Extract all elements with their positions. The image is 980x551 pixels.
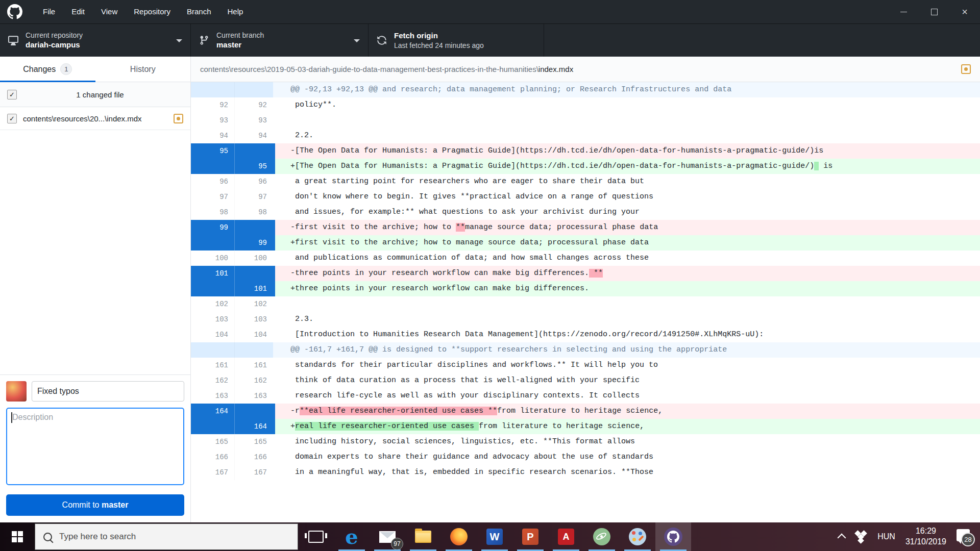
old-line-number: 161 [191,358,235,373]
diff-line-text: a great starting point for researchers w… [273,174,980,189]
diff-line-text: standards for their particular disciplin… [273,358,980,373]
new-line-number[interactable]: 95 [235,159,273,174]
taskbar-app-file-explorer[interactable] [405,522,441,551]
sync-icon [377,35,387,45]
start-button[interactable] [0,522,35,551]
current-repository-label: Current repository [26,31,83,40]
taskbar-app-paint[interactable] [620,522,655,551]
diff-row-ctx: 102102 [191,296,980,312]
diff-line-text: @@ -92,13 +92,13 @@ and research; data m… [273,82,980,97]
changed-file-item[interactable]: ✓ contents\resources\20...\index.mdx [0,107,190,130]
inline-diff-highlight: **eal life researcher-oriented use cases… [300,407,497,415]
new-line-number[interactable] [235,266,273,281]
taskbar-app-edge[interactable]: e [334,522,370,551]
new-line-number[interactable]: 164 [235,419,273,434]
text-cursor [11,412,12,423]
current-repository-value: dariah-campus [26,40,83,50]
new-line-number: 104 [235,327,273,342]
edge-icon: e [345,527,358,547]
search-placeholder: Type here to search [59,532,136,542]
taskbar-app-word[interactable]: W [477,522,512,551]
tab-changes[interactable]: Changes 1 [0,57,95,82]
acrobat-icon: A [558,529,574,545]
commit-summary-input[interactable] [32,381,184,402]
menu-view[interactable]: View [93,0,126,23]
diff-line-text: +[The Open Data for Humanists: a Pragmat… [273,159,980,174]
minimize-icon [900,12,907,12]
new-line-number: 163 [235,388,273,404]
new-line-number [235,82,273,97]
old-line-number[interactable] [191,419,235,434]
diff-line-text: +three points in your research workflow … [273,281,980,296]
old-line-number[interactable]: 99 [191,220,235,235]
diff-line-text: [Introduction to Humanities Research Dat… [273,327,980,342]
old-line-number[interactable] [191,159,235,174]
windows-logo-icon [12,531,23,542]
tab-changes-label: Changes [23,65,56,74]
new-line-number: 92 [235,97,273,113]
chevron-down-icon [354,39,360,42]
tray-expand-icon[interactable] [838,534,846,542]
new-line-number[interactable] [235,404,273,419]
commit-description-input[interactable] [6,408,184,485]
taskbar-app-powerpoint[interactable]: P [512,522,548,551]
tab-history[interactable]: History [95,57,191,82]
dropbox-icon[interactable] [855,531,867,542]
taskbar-app-atom[interactable] [584,522,620,551]
new-line-number: 167 [235,465,273,480]
taskbar-search-input[interactable]: Type here to search [35,523,298,550]
atom-icon [593,528,610,545]
menu-help[interactable]: Help [219,0,252,23]
old-line-number[interactable]: 95 [191,143,235,159]
menu-bar: File Edit View Repository Branch Help [35,0,251,23]
search-icon [43,533,52,541]
commit-button[interactable]: Commit to master [6,494,184,516]
menu-edit[interactable]: Edit [63,0,93,23]
sidebar-tabs: Changes 1 History [0,57,191,82]
changed-files-summary-row: ✓ 1 changed file [0,82,190,107]
new-line-number: 98 [235,205,273,220]
include-file-checkbox[interactable]: ✓ [7,114,17,123]
task-view-button[interactable] [298,522,334,551]
menu-file[interactable]: File [35,0,63,23]
include-all-checkbox[interactable]: ✓ [7,90,17,99]
diff-row-del: 95-[The Open Data for Humanists: a Pragm… [191,143,980,159]
menu-branch[interactable]: Branch [179,0,219,23]
new-line-number[interactable]: 99 [235,235,273,251]
old-line-number[interactable]: 101 [191,266,235,281]
clock[interactable]: 16:29 31/10/2019 [905,526,946,547]
inline-diff-highlight: real life researcher-oriented use cases [295,422,479,431]
taskbar-app-acrobat[interactable]: A [548,522,584,551]
diff-row-ctx: 166166 domain experts to share their gui… [191,449,980,465]
menu-repository[interactable]: Repository [126,0,179,23]
task-view-icon [308,531,324,543]
taskbar-app-firefox[interactable] [441,522,477,551]
diff-file-path-name: index.mdx [538,65,573,73]
toolbar-spacer [544,24,980,57]
inline-diff-highlight: ** [456,223,465,232]
new-line-number[interactable] [235,220,273,235]
taskbar-app-mail[interactable]: 97 [370,522,405,551]
close-button[interactable]: × [949,0,980,23]
restore-button[interactable] [919,0,949,23]
old-line-number: 96 [191,174,235,189]
powerpoint-icon: P [522,529,538,545]
git-branch-icon [199,35,209,45]
restore-icon [931,9,938,15]
old-line-number[interactable] [191,235,235,251]
diff-file-path: contents\resources\2019-05-03-dariah-gui… [191,57,980,82]
minimize-button[interactable] [888,0,919,23]
current-branch-dropdown[interactable]: Current branch master [191,24,369,57]
notification-center-button[interactable]: 28 [957,529,972,544]
fetch-origin-button[interactable]: Fetch origin Last fetched 24 minutes ago [369,24,544,57]
current-repository-dropdown[interactable]: Current repository dariah-campus [0,24,191,57]
taskbar-app-github-desktop[interactable] [655,522,691,551]
old-line-number[interactable]: 164 [191,404,235,419]
new-line-number[interactable]: 101 [235,281,273,296]
main-body: ✓ 1 changed file ✓ contents\resources\20… [0,82,980,523]
new-line-number: 161 [235,358,273,373]
old-line-number[interactable] [191,281,235,296]
diff-row-ctx: 167167 in a meaningful way, that is, emb… [191,465,980,480]
new-line-number[interactable] [235,143,273,159]
language-indicator[interactable]: HUN [877,532,895,541]
